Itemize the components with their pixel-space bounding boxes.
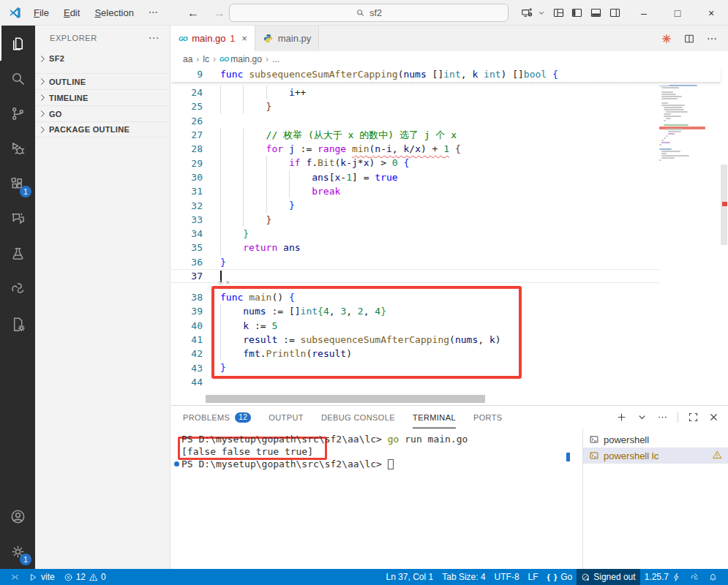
code-line-44[interactable]: 44: [171, 375, 659, 389]
activity-run-and-debug[interactable]: [0, 131, 35, 166]
panel-tab-ports[interactable]: PORTS: [473, 406, 503, 429]
code-line-33[interactable]: 33}: [171, 213, 659, 227]
activity-source-control[interactable]: [0, 96, 35, 131]
breadcrumb-main-go[interactable]: GOmain.go: [219, 54, 262, 64]
panel-tab-terminal[interactable]: TERMINAL: [413, 406, 456, 429]
activity-search[interactable]: [0, 61, 35, 96]
scrollbar-thumb[interactable]: [206, 395, 485, 403]
code-line-27[interactable]: 27// 枚举 (从大于 x 的数中) 选了 j 个 x: [171, 128, 659, 142]
more-actions-icon[interactable]: [657, 412, 668, 423]
minimize-button[interactable]: –: [627, 0, 661, 26]
section-timeline[interactable]: TIMELINE: [35, 89, 170, 105]
go-forward-icon[interactable]: →: [214, 7, 225, 20]
status-cursor-position[interactable]: Ln 37, Col 1: [381, 569, 438, 585]
more-actions-icon[interactable]: ⋯: [148, 31, 160, 45]
code-line-26[interactable]: 26: [171, 114, 659, 128]
section-go[interactable]: GO: [35, 105, 170, 121]
code-action-gear-icon[interactable]: ×: [217, 278, 230, 287]
close-tab-icon[interactable]: ×: [241, 33, 247, 44]
breadcrumb-aa[interactable]: aa: [183, 54, 192, 64]
code-line-36[interactable]: 36}: [171, 255, 659, 269]
split-editor-icon[interactable]: [683, 33, 695, 45]
status-encoding[interactable]: UTF-8: [490, 569, 524, 585]
code-line-9[interactable]: 9func subsequenceSumAfterCapping(nums []…: [171, 67, 721, 81]
terminal-output[interactable]: PS D:\mysetup\gopath\src\sf2\aa\lc> go r…: [171, 429, 582, 569]
menu-file[interactable]: File: [26, 0, 56, 26]
status-notifications[interactable]: [704, 569, 722, 585]
toggle-secondary-sidebar-icon[interactable]: [609, 0, 621, 26]
status-task-vite[interactable]: vite: [24, 569, 59, 585]
section-package-outline[interactable]: PACKAGE OUTLINE: [35, 121, 170, 137]
line-number: 32: [171, 200, 213, 211]
menu-edit[interactable]: Edit: [56, 0, 87, 26]
menu-selection[interactable]: Selection: [87, 0, 140, 26]
horizontal-scrollbar[interactable]: [171, 395, 720, 403]
breadcrumb-lc[interactable]: lc: [203, 54, 209, 64]
sticky-scroll-line[interactable]: 9func subsequenceSumAfterCapping(nums []…: [171, 67, 721, 82]
activity-chat[interactable]: [0, 201, 35, 236]
customize-layout-icon[interactable]: [552, 0, 565, 26]
status-language-mode[interactable]: { }Go: [543, 569, 577, 585]
maximize-panel-icon[interactable]: [688, 412, 699, 423]
code-line-40[interactable]: 40k := 5: [171, 319, 659, 333]
activity-explorer[interactable]: [0, 26, 35, 61]
code-line-28[interactable]: 28for j := range min(n-i, k/x) + 1 {: [171, 142, 659, 156]
code-line-35[interactable]: 35return ans: [171, 241, 659, 254]
account-icon: [10, 508, 26, 525]
command-center-search[interactable]: sf2: [229, 4, 509, 22]
tab-main-py[interactable]: main.py: [255, 26, 320, 51]
tab-main-go[interactable]: GOmain.go1×: [171, 26, 255, 51]
code-line-37[interactable]: 37: [171, 269, 659, 283]
section-sf2[interactable]: SF2: [35, 50, 170, 67]
toggle-primary-sidebar-icon[interactable]: [571, 0, 583, 26]
code-line-32[interactable]: 32}: [171, 198, 659, 212]
code-text: if f.Bit(k-j*x) > 0 {: [213, 156, 409, 170]
status-remote-indicator[interactable]: [6, 569, 24, 585]
go-back-icon[interactable]: ←: [187, 7, 199, 20]
status-go-tools-status[interactable]: [686, 569, 704, 585]
code-line-43[interactable]: 43}: [171, 361, 659, 374]
section-outline[interactable]: OUTLINE: [35, 73, 170, 89]
code-line-41[interactable]: 41result := subsequenceSumAfterCapping(n…: [171, 333, 659, 347]
close-panel-icon[interactable]: [708, 412, 719, 423]
new-terminal-icon[interactable]: [616, 412, 627, 423]
code-line-30[interactable]: 30ans[x-1] = true: [171, 170, 659, 184]
toggle-panel-icon[interactable]: [590, 0, 602, 26]
vertical-scrollbar[interactable]: [720, 67, 728, 405]
code-line-25[interactable]: 25}: [171, 99, 659, 113]
code-line-39[interactable]: 39nums := []int{4, 3, 2, 4}: [171, 304, 659, 318]
status-tab-size[interactable]: Tab Size: 4: [438, 569, 489, 585]
maximize-button[interactable]: □: [661, 0, 694, 26]
status-eol[interactable]: LF: [524, 569, 543, 585]
code-line-42[interactable]: 42fmt.Println(result): [171, 347, 659, 361]
panel-tab-output[interactable]: OUTPUT: [269, 406, 304, 429]
panel-tab-debug-console[interactable]: DEBUG CONSOLE: [321, 406, 395, 429]
code-line-29[interactable]: 29if f.Bit(k-j*x) > 0 {: [171, 156, 659, 170]
code-line-34[interactable]: 34}: [171, 227, 659, 241]
code-line-38[interactable]: 38func main() {: [171, 290, 659, 304]
code-line-24[interactable]: 24i++: [171, 86, 659, 99]
panel-tab-problems[interactable]: PROBLEMS12: [183, 406, 251, 429]
status-problems-summary[interactable]: 120: [59, 569, 110, 585]
close-button[interactable]: ×: [694, 0, 728, 26]
terminal-dropdown-icon[interactable]: [637, 412, 648, 423]
format-asterisk-icon[interactable]: [661, 33, 672, 45]
screencast-plus-icon[interactable]: [521, 0, 533, 26]
activity-manage[interactable]: 1: [0, 534, 35, 569]
code-line-31[interactable]: 31break: [171, 184, 659, 198]
command-decoration-dot[interactable]: [174, 461, 179, 467]
activity-extensions[interactable]: 1: [0, 166, 35, 201]
more-actions-icon[interactable]: [706, 33, 718, 45]
activity-testing[interactable]: [0, 236, 35, 271]
menu-more[interactable]: ⋯: [141, 0, 165, 26]
chevron-down-icon[interactable]: [538, 0, 545, 26]
activity-snippets[interactable]: [0, 306, 35, 341]
terminal-tab-powershell-lc[interactable]: powershell lc: [583, 448, 728, 464]
activity-accounts[interactable]: [0, 499, 35, 534]
activity-go-tools[interactable]: [0, 271, 35, 306]
status-go-version[interactable]: 1.25.7: [640, 569, 686, 585]
line-number: 25: [171, 101, 213, 112]
terminal-tab-powershell[interactable]: powershell: [583, 431, 728, 448]
breadcrumb-[interactable]: ...: [272, 54, 279, 64]
status-accounts-signed-out[interactable]: Signed out: [577, 569, 639, 585]
